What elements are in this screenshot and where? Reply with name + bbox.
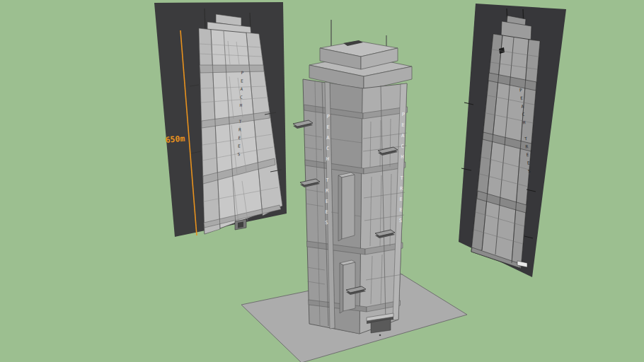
scene-canvas — [0, 0, 644, 362]
left-reference-panel — [154, 2, 287, 237]
main-tower-model — [293, 20, 412, 334]
ground-mark — [379, 334, 381, 337]
3d-viewport[interactable]: PEACH TREES PEACH TREES PEACH TREES PEAC… — [0, 0, 644, 362]
